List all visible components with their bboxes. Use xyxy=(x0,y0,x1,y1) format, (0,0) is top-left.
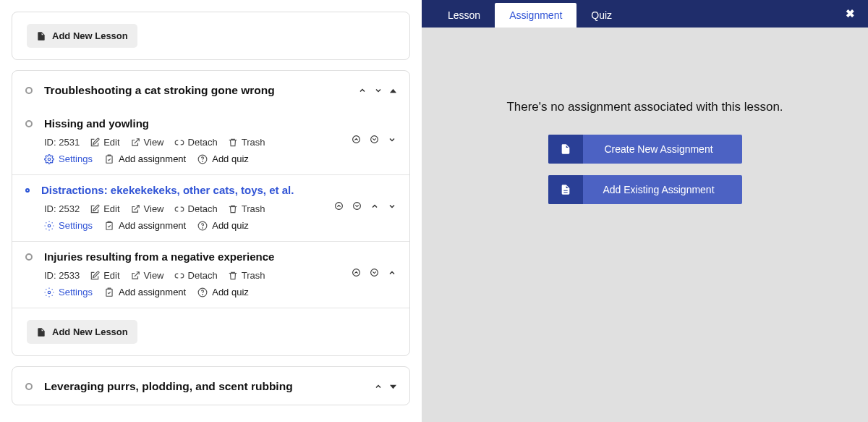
lesson-id: ID: 2532 xyxy=(44,203,80,214)
add-existing-assignment-button[interactable]: Add Existing Assignment xyxy=(548,175,742,204)
view-action[interactable]: View xyxy=(130,270,164,281)
clipboard-check-icon xyxy=(104,287,114,297)
move-top-icon[interactable] xyxy=(334,201,344,211)
settings-action[interactable]: Settings xyxy=(44,287,93,297)
unlink-icon xyxy=(174,138,184,148)
detach-action[interactable]: Detach xyxy=(174,270,218,281)
svg-point-11 xyxy=(336,203,343,210)
detach-action[interactable]: Detach xyxy=(174,137,218,148)
detach-action[interactable]: Detach xyxy=(174,203,218,214)
file-blank-icon xyxy=(548,135,583,164)
left-panel: Add New Lesson Troubleshooting a cat str… xyxy=(0,0,422,422)
chevron-up-icon[interactable] xyxy=(358,86,367,95)
svg-point-4 xyxy=(203,161,203,161)
card-add-top: Add New Lesson xyxy=(12,12,410,60)
edit-action[interactable]: Edit xyxy=(90,270,119,281)
add-quiz-action[interactable]: Add quiz xyxy=(197,153,249,164)
lesson-bullet-icon xyxy=(25,188,30,193)
svg-rect-8 xyxy=(106,222,112,229)
move-top-icon[interactable] xyxy=(352,268,361,277)
question-icon xyxy=(197,154,208,164)
add-lesson-label: Add New Lesson xyxy=(52,326,128,337)
chevron-up-icon[interactable] xyxy=(388,269,396,277)
add-quiz-action[interactable]: Add quiz xyxy=(197,287,249,297)
tab-lesson[interactable]: Lesson xyxy=(433,3,495,28)
edit-action[interactable]: Edit xyxy=(90,137,119,148)
trash-action[interactable]: Trash xyxy=(228,137,265,148)
caret-up-icon[interactable] xyxy=(390,88,396,94)
pencil-icon xyxy=(90,138,100,148)
clipboard-check-icon xyxy=(104,221,114,231)
add-new-lesson-button[interactable]: Add New Lesson xyxy=(27,24,137,48)
chevron-up-icon[interactable] xyxy=(370,202,379,211)
chevron-down-icon[interactable] xyxy=(388,135,396,144)
section-title: Leveraging purrs, plodding, and scent ru… xyxy=(44,380,374,393)
trash-action[interactable]: Trash xyxy=(228,270,265,281)
file-lines-icon xyxy=(548,175,583,204)
create-new-assignment-button[interactable]: Create New Assignment xyxy=(548,135,742,164)
lesson-title[interactable]: Hissing and yowling xyxy=(44,117,149,130)
settings-action[interactable]: Settings xyxy=(44,220,93,231)
move-top-icon[interactable] xyxy=(352,135,361,144)
svg-point-12 xyxy=(354,203,361,210)
lesson-title[interactable]: Distractions: ekekekekeks, other cats, t… xyxy=(41,184,294,196)
svg-point-5 xyxy=(353,136,360,143)
add-assignment-action[interactable]: Add assignment xyxy=(104,220,186,231)
file-plus-icon xyxy=(36,327,46,337)
section-header[interactable]: Troubleshooting a cat stroking gone wron… xyxy=(12,71,409,109)
section-bullet-icon xyxy=(25,383,33,390)
tab-quiz[interactable]: Quiz xyxy=(576,3,626,28)
pencil-icon xyxy=(90,204,100,214)
svg-marker-0 xyxy=(390,88,396,92)
svg-point-16 xyxy=(203,294,203,295)
tab-assignment[interactable]: Assignment xyxy=(495,3,576,28)
section-header[interactable]: Leveraging purrs, plodding, and scent ru… xyxy=(12,367,409,405)
tab-bar: Lesson Assignment Quiz ✖ xyxy=(422,0,868,28)
gear-icon xyxy=(44,221,54,231)
move-bottom-icon[interactable] xyxy=(352,201,362,211)
add-quiz-action[interactable]: Add quiz xyxy=(197,220,249,231)
trash-action[interactable]: Trash xyxy=(228,203,265,214)
add-new-lesson-button[interactable]: Add New Lesson xyxy=(27,320,137,344)
edit-action[interactable]: Edit xyxy=(90,203,119,214)
view-action[interactable]: View xyxy=(130,203,164,214)
trash-icon xyxy=(228,271,238,281)
question-icon xyxy=(197,287,208,297)
right-panel: Lesson Assignment Quiz ✖ There's no assi… xyxy=(422,0,868,422)
pencil-icon xyxy=(90,271,100,281)
external-link-icon xyxy=(130,204,140,214)
add-assignment-action[interactable]: Add assignment xyxy=(104,153,186,164)
chevron-down-icon[interactable] xyxy=(374,86,383,95)
close-icon[interactable]: ✖ xyxy=(846,7,855,20)
svg-marker-19 xyxy=(390,384,396,388)
lesson-item: Distractions: ekekekekeks, other cats, t… xyxy=(12,174,409,241)
gear-icon xyxy=(44,287,54,297)
chevron-down-icon[interactable] xyxy=(388,202,396,211)
trash-icon xyxy=(228,204,238,214)
existing-assignment-label: Add Existing Assignment xyxy=(583,184,742,195)
svg-rect-14 xyxy=(106,289,112,296)
svg-point-6 xyxy=(371,136,378,143)
trash-icon xyxy=(228,138,238,148)
move-bottom-icon[interactable] xyxy=(370,135,379,144)
section-leveraging: Leveraging purrs, plodding, and scent ru… xyxy=(12,366,410,405)
settings-action[interactable]: Settings xyxy=(44,153,93,164)
svg-point-13 xyxy=(48,291,51,294)
add-assignment-action[interactable]: Add assignment xyxy=(104,287,186,297)
external-link-icon xyxy=(130,271,140,281)
lesson-item: Injuries resulting from a negative exper… xyxy=(12,241,409,308)
file-plus-icon xyxy=(36,31,46,41)
svg-point-1 xyxy=(48,158,51,161)
svg-rect-2 xyxy=(106,156,112,163)
svg-point-10 xyxy=(203,227,203,228)
assignment-panel-body: There's no assignment associated with th… xyxy=(422,28,868,422)
unlink-icon xyxy=(174,204,184,214)
lesson-title[interactable]: Injuries resulting from a negative exper… xyxy=(44,250,274,263)
caret-down-icon[interactable] xyxy=(390,384,396,390)
create-assignment-label: Create New Assignment xyxy=(583,143,742,155)
view-action[interactable]: View xyxy=(130,137,164,148)
chevron-up-icon[interactable] xyxy=(374,382,383,391)
move-bottom-icon[interactable] xyxy=(370,268,379,277)
clipboard-check-icon xyxy=(104,154,114,164)
lesson-id: ID: 2533 xyxy=(44,270,80,281)
